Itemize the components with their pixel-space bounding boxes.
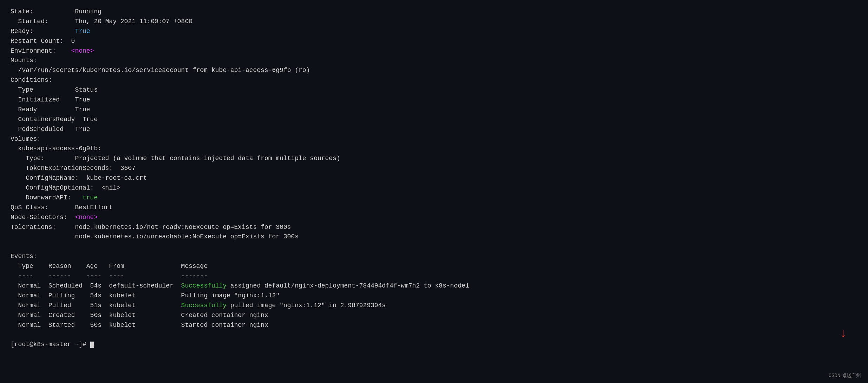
- terminal-text: true: [82, 194, 98, 201]
- terminal-text: Running: [75, 8, 102, 15]
- terminal-line: DownwardAPI: true: [11, 193, 857, 203]
- terminal-line: ContainersReady True: [11, 115, 857, 125]
- terminal-text: Initialized True: [11, 96, 90, 103]
- terminal-text: PodScheduled True: [11, 126, 90, 133]
- terminal-text: ContainersReady True: [11, 116, 98, 123]
- terminal-line: Normal Scheduled 54s default-scheduler S…: [11, 281, 857, 291]
- watermark: CSDN @赵广州: [829, 372, 861, 379]
- terminal-text: Type Status: [11, 86, 98, 93]
- terminal-text: node.kubernetes.io/unreachable:NoExecute…: [11, 233, 299, 240]
- terminal-line: State: Running: [11, 7, 857, 17]
- terminal-line: [11, 242, 857, 252]
- terminal-line: kube-api-access-6g9fb:: [11, 144, 857, 154]
- terminal-line: Type Status: [11, 85, 857, 95]
- terminal-text: Started: Thu, 20 May 2021 11:09:07 +0800: [11, 18, 192, 25]
- terminal-line: Volumes:: [11, 134, 857, 144]
- terminal-line: ---- ------ ---- ---- -------: [11, 271, 857, 281]
- terminal-window: State: Running Started: Thu, 20 May 2021…: [0, 0, 868, 383]
- terminal-line: Conditions:: [11, 75, 857, 85]
- terminal-text: Mounts:: [11, 57, 37, 64]
- terminal-text: Restart Count: 0: [11, 38, 75, 45]
- terminal-text: Events:: [11, 253, 37, 260]
- terminal-line: ConfigMapName: kube-root-ca.crt: [11, 173, 857, 183]
- terminal-line: Normal Created 50s kubelet Created conta…: [11, 311, 857, 321]
- terminal-text: True: [75, 28, 90, 35]
- terminal-cursor: [90, 342, 94, 348]
- terminal-line: Ready True: [11, 105, 857, 115]
- terminal-line: Normal Pulling 54s kubelet Pulling image…: [11, 291, 857, 301]
- terminal-line: /var/run/secrets/kubernetes.io/serviceac…: [11, 66, 857, 75]
- terminal-text: Type: Projected (a volume that contains …: [11, 155, 340, 162]
- terminal-text: Normal Pulling 54s kubelet Pulling image…: [11, 292, 280, 299]
- terminal-text: Successfully: [181, 302, 227, 309]
- terminal-text: [root@k8s-master ~]#: [11, 341, 90, 348]
- terminal-content: State: Running Started: Thu, 20 May 2021…: [11, 7, 857, 350]
- terminal-line: [11, 330, 857, 340]
- terminal-text: Normal Created 50s kubelet Created conta…: [11, 312, 268, 319]
- terminal-line: Mounts:: [11, 56, 857, 66]
- terminal-text: Ready True: [11, 106, 90, 113]
- terminal-text: Normal Pulled 51s kubelet: [11, 302, 181, 309]
- terminal-text: kube-api-access-6g9fb:: [11, 145, 101, 152]
- terminal-line: Restart Count: 0: [11, 37, 857, 46]
- terminal-line: node.kubernetes.io/unreachable:NoExecute…: [11, 232, 857, 242]
- terminal-text: TokenExpirationSeconds: 3607: [11, 165, 135, 172]
- terminal-line: Started: Thu, 20 May 2021 11:09:07 +0800: [11, 17, 857, 27]
- terminal-text: pulled image "nginx:1.12" in 2.987929394…: [227, 302, 386, 309]
- terminal-text: Normal Started 50s kubelet Started conta…: [11, 322, 268, 329]
- terminal-line: Type: Projected (a volume that contains …: [11, 154, 857, 164]
- terminal-text: Volumes:: [11, 136, 41, 143]
- terminal-line: TokenExpirationSeconds: 3607: [11, 164, 857, 173]
- terminal-text: Successfully: [181, 282, 227, 289]
- terminal-text: <none>: [71, 47, 94, 54]
- terminal-text: <none>: [75, 214, 98, 221]
- terminal-text: Ready:: [11, 28, 75, 35]
- terminal-line: Normal Started 50s kubelet Started conta…: [11, 321, 857, 330]
- terminal-text: /var/run/secrets/kubernetes.io/serviceac…: [11, 67, 310, 74]
- terminal-line: Initialized True: [11, 95, 857, 105]
- terminal-text: QoS Class: BestEffort: [11, 204, 113, 211]
- red-arrow-indicator: ↓: [839, 326, 847, 341]
- terminal-text: State:: [11, 8, 75, 15]
- terminal-text: ConfigMapName: kube-root-ca.crt: [11, 174, 147, 181]
- terminal-text: Tolerations: node.kubernetes.io/not-read…: [11, 224, 291, 231]
- terminal-line: Type Reason Age From Message: [11, 262, 857, 271]
- terminal-line: ConfigMapOptional: <nil>: [11, 183, 857, 193]
- terminal-text: ConfigMapOptional: <nil>: [11, 184, 120, 191]
- terminal-text: Node-Selectors:: [11, 214, 75, 221]
- terminal-line: Environment: <none>: [11, 46, 857, 56]
- terminal-line: Tolerations: node.kubernetes.io/not-read…: [11, 223, 857, 232]
- terminal-line: Ready: True: [11, 27, 857, 37]
- terminal-text: DownwardAPI:: [11, 194, 82, 201]
- terminal-text: Conditions:: [11, 77, 52, 84]
- terminal-line: [root@k8s-master ~]#: [11, 340, 857, 350]
- terminal-text: Normal Scheduled 54s default-scheduler: [11, 282, 181, 289]
- terminal-text: Environment:: [11, 47, 71, 54]
- terminal-text: ---- ------ ---- ---- -------: [11, 272, 208, 279]
- terminal-line: Node-Selectors: <none>: [11, 213, 857, 223]
- terminal-text: assigned default/nginx-deployment-784494…: [227, 282, 469, 289]
- terminal-line: Events:: [11, 252, 857, 262]
- terminal-line: QoS Class: BestEffort: [11, 203, 857, 213]
- terminal-line: Normal Pulled 51s kubelet Successfully p…: [11, 301, 857, 311]
- terminal-line: PodScheduled True: [11, 125, 857, 134]
- terminal-text: Type Reason Age From Message: [11, 263, 208, 270]
